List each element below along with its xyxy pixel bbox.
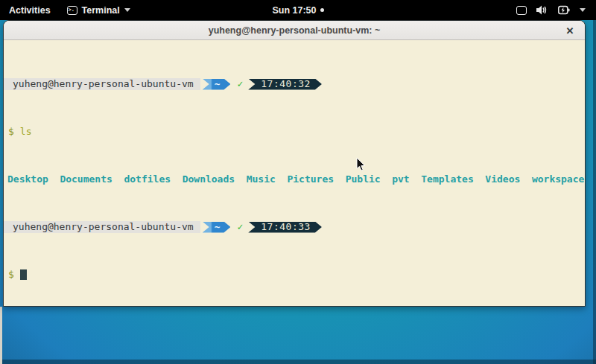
command-line: $ ls	[4, 126, 585, 138]
shell-prompt-symbol: $	[4, 269, 14, 281]
terminal-block-cursor	[20, 269, 27, 280]
directory-name: Desktop	[7, 173, 48, 185]
prompt-cwd-segment: ~	[203, 222, 231, 233]
volume-icon	[536, 5, 548, 15]
directory-name: Public	[346, 173, 381, 185]
prompt-cwd-segment: ~	[203, 79, 231, 90]
clock[interactable]: Sun 17:50	[272, 5, 316, 16]
terminal-icon: >.	[67, 6, 77, 15]
prompt-line-1: yuheng@henry-personal-ubuntu-vm ~ ✓ 17:4…	[4, 78, 585, 90]
directory-name: workspace	[532, 173, 584, 185]
mouse-pointer-icon	[356, 157, 366, 171]
directory-name: Pictures	[287, 173, 334, 185]
prompt-time-badge: 17:40:32	[248, 79, 322, 90]
prompt-time-badge: 17:40:33	[248, 222, 322, 233]
close-icon[interactable]: ✕	[562, 21, 577, 40]
window-titlebar[interactable]: yuheng@henry-personal-ubuntu-vm: ~ ✕	[4, 21, 585, 40]
battery-charging-icon	[558, 5, 570, 15]
input-line[interactable]: $	[4, 269, 585, 281]
prompt-status-check-icon: ✓	[230, 78, 248, 90]
directory-name: Music	[247, 173, 276, 185]
shell-prompt-symbol: $	[4, 126, 14, 138]
screen-icon	[516, 6, 527, 15]
ls-output-line: Desktop Documents dotfiles Downloads Mus…	[4, 173, 585, 185]
prompt-line-2: yuheng@henry-personal-ubuntu-vm ~ ✓ 17:4…	[4, 221, 585, 233]
notification-dot-icon	[320, 8, 324, 12]
system-status-area[interactable]	[516, 0, 596, 20]
desktop-bottom-shade	[0, 360, 596, 364]
prompt-user-segment: yuheng@henry-personal-ubuntu-vm	[4, 221, 200, 233]
directory-name: Documents	[60, 173, 112, 185]
directory-name: Downloads	[183, 173, 235, 185]
prompt-user-segment: yuheng@henry-personal-ubuntu-vm	[4, 78, 200, 90]
app-menu-label: Terminal	[82, 5, 120, 16]
prompt-status-check-icon: ✓	[230, 221, 248, 233]
top-bar: Activities >. Terminal Sun 17:50	[0, 0, 596, 20]
directory-name: pvt	[392, 173, 409, 185]
chevron-down-icon	[124, 8, 130, 12]
chevron-down-icon[interactable]	[580, 8, 586, 12]
terminal-window: yuheng@henry-personal-ubuntu-vm: ~ ✕ yuh…	[3, 20, 586, 307]
desktop-left-sliver	[0, 307, 2, 364]
activities-button[interactable]: Activities	[0, 0, 60, 20]
typed-command: ls	[14, 126, 32, 138]
window-title: yuheng@henry-personal-ubuntu-vm: ~	[209, 25, 381, 36]
terminal-content[interactable]: yuheng@henry-personal-ubuntu-vm ~ ✓ 17:4…	[4, 40, 585, 306]
app-menu-terminal[interactable]: >. Terminal	[60, 0, 138, 20]
directory-name: dotfiles	[124, 173, 171, 185]
desktop-right-shade	[593, 20, 596, 364]
directory-name: Videos	[485, 173, 520, 185]
directory-name: Templates	[421, 173, 473, 185]
